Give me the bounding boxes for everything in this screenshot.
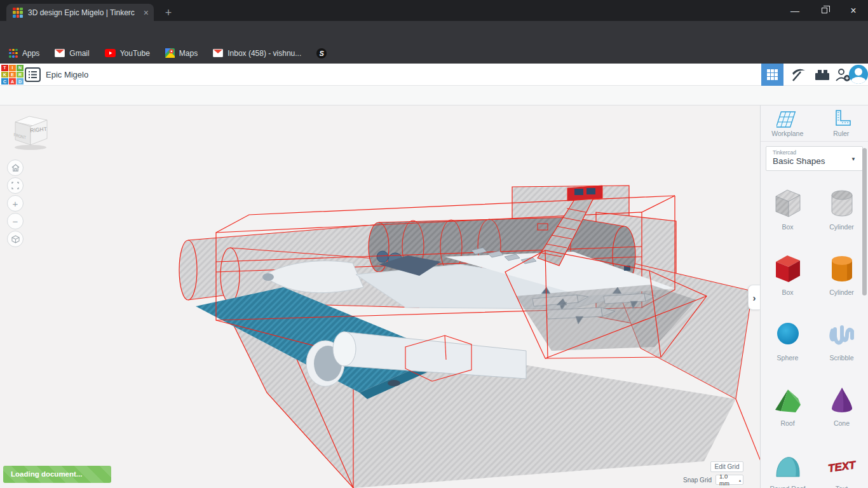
list-icon (29, 71, 37, 78)
3d-scene[interactable] (0, 105, 760, 488)
3d-viewport[interactable]: RIGHT FRONT + − › Loading document... Ed… (0, 105, 760, 488)
edit-grid-button[interactable]: Edit Grid (710, 461, 743, 472)
ruler-tool[interactable]: Ruler (815, 105, 868, 141)
scribble-icon (824, 316, 860, 352)
snap-caret-icon: ▴ (739, 478, 741, 482)
box-striped-icon (770, 186, 806, 221)
window-minimize-button[interactable]: — (780, 0, 810, 21)
fit-view-button[interactable] (7, 177, 24, 194)
cylinder-orange-icon (824, 251, 860, 287)
tinkercad-logo[interactable]: T I N K E R C A D (1, 65, 24, 85)
edit-toolbar: Import Export Send To (0, 86, 868, 105)
shape-library-dropdown[interactable]: Tinkercad Basic Shapes ▼ (766, 146, 863, 171)
tinkercad-favicon (13, 8, 23, 18)
design-title: Epic Migelo (46, 70, 88, 79)
zoom-in-button[interactable]: + (7, 195, 24, 212)
bookmark-apps[interactable]: Apps (9, 49, 39, 58)
snap-grid-dropdown[interactable]: 1.0 mm▴ (715, 475, 743, 485)
youtube-icon (105, 49, 116, 57)
shape-roof[interactable]: Roof (761, 377, 815, 442)
new-tab-button[interactable]: + (160, 4, 177, 21)
library-brand: Tinkercad (773, 149, 856, 156)
dashboard-grid-button[interactable] (761, 64, 783, 86)
home-icon (11, 164, 20, 172)
roof-icon (770, 382, 806, 417)
perspective-toggle-button[interactable] (7, 231, 24, 247)
shape-text[interactable]: TEXT Text (815, 442, 868, 488)
browser-tab-strip: 3D design Epic Migelo | Tinkerca × + — × (0, 0, 868, 21)
gmail-icon (55, 49, 65, 57)
loading-progress-bar: Loading document... (3, 466, 111, 483)
gmail-icon (213, 49, 223, 57)
minecraft-pickaxe-icon[interactable] (790, 67, 806, 83)
tab-close-icon[interactable]: × (144, 8, 149, 17)
home-view-button[interactable] (7, 159, 24, 176)
shape-cylinder-orange[interactable]: Cylinder (815, 246, 868, 311)
workplane-icon (776, 109, 798, 128)
cone-icon (824, 382, 860, 417)
workplane-tool[interactable]: Workplane (761, 105, 815, 141)
brick-icon[interactable] (814, 67, 831, 83)
text-icon: TEXT (824, 447, 860, 483)
caret-down-icon: ▼ (851, 156, 856, 162)
snap-grid-label: Snap Grid (683, 477, 712, 484)
svg-text:TEXT: TEXT (827, 459, 857, 475)
panel-collapse-button[interactable]: › (748, 285, 760, 310)
user-avatar[interactable] (849, 65, 868, 84)
tab-title: 3D design Epic Migelo | Tinkerca (28, 8, 135, 17)
bookmarks-bar: Apps Gmail YouTube Maps Inbox (458) - vi… (0, 43, 868, 64)
window-restore-button[interactable] (810, 0, 839, 21)
maps-icon (165, 48, 175, 58)
snap-grid-control: Snap Grid 1.0 mm▴ (675, 475, 743, 485)
shape-scribble[interactable]: Scribble (815, 311, 868, 377)
browser-toolbar: tinkercad.com/things/fvinz4zw84f-epic-mi… (0, 21, 868, 43)
window-close-button[interactable]: × (839, 0, 868, 21)
shape-cylinder-striped[interactable]: Cylinder (815, 180, 868, 246)
shape-round-roof[interactable]: Round Roof (761, 442, 815, 488)
bookmark-favicon-s[interactable]: S (316, 48, 327, 58)
fit-view-icon (11, 182, 19, 189)
view-cube[interactable]: RIGHT FRONT (8, 111, 52, 152)
box-red-icon (770, 251, 806, 287)
shape-sphere[interactable]: Sphere (761, 311, 815, 377)
shape-box-red[interactable]: Box (761, 246, 815, 311)
apps-grid-icon (9, 49, 18, 58)
perspective-cube-icon (11, 235, 20, 243)
bookmark-gmail[interactable]: Gmail (55, 49, 89, 58)
shape-box-striped[interactable]: Box (761, 180, 815, 246)
bookmark-maps[interactable]: Maps (165, 48, 198, 58)
zoom-out-button[interactable]: − (7, 213, 24, 229)
sphere-icon (770, 316, 806, 352)
panel-tools-row: Workplane Ruler (761, 105, 868, 142)
grid-icon (767, 69, 778, 80)
cylinder-striped-icon (824, 186, 860, 221)
s-favicon-icon: S (316, 48, 327, 58)
shapes-panel: Workplane Ruler Tinkercad Basic Shapes ▼… (760, 105, 868, 488)
bookmark-youtube[interactable]: YouTube (105, 49, 150, 58)
round-roof-icon (770, 447, 806, 483)
bookmark-inbox[interactable]: Inbox (458) - vishnu... (213, 49, 301, 58)
panel-scrollbar[interactable] (862, 148, 867, 295)
app-header: T I N K E R C A D (0, 64, 868, 86)
library-selected: Basic Shapes (773, 156, 856, 166)
browser-tab[interactable]: 3D design Epic Migelo | Tinkerca × (6, 4, 154, 21)
shape-cone[interactable]: Cone (815, 377, 868, 442)
ruler-icon (831, 109, 852, 128)
design-properties-button[interactable] (25, 67, 41, 82)
shapes-grid: Box Cylinder Box Cylind (761, 180, 868, 488)
